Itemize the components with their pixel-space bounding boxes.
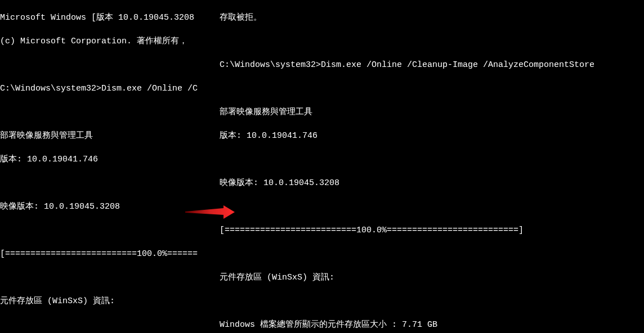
- console-line: [==========================100.0%======: [0, 248, 220, 260]
- console-line: 版本: 10.0.19041.746: [220, 130, 644, 142]
- console-line: 部署映像服務與管理工具: [0, 130, 220, 142]
- console-line: [==========================100.0%=======…: [220, 224, 644, 236]
- console-line: 元件存放區 (WinSxS) 資訊:: [0, 295, 220, 307]
- terminal-right-pane: 存取被拒。 C:\Windows\system32>Dism.exe /Onli…: [220, 0, 644, 333]
- console-line: 映像版本: 10.0.19045.3208: [0, 201, 220, 213]
- console-line: 元件存放區 (WinSxS) 資訊:: [220, 272, 644, 284]
- console-line: 部署映像服務與管理工具: [220, 106, 644, 118]
- console-line: 映像版本: 10.0.19045.3208: [220, 177, 644, 189]
- console-line: C:\Windows\system32>Dism.exe /Online /C: [0, 83, 220, 94]
- console-line: Microsoft Windows [版本 10.0.19045.3208: [0, 12, 220, 24]
- console-line: (c) Microsoft Corporation. 著作權所有，: [0, 35, 220, 47]
- console-line: 版本: 10.0.19041.746: [0, 154, 220, 165]
- console-line: Windows 檔案總管所顯示的元件存放區大小 : 7.71 GB: [220, 319, 644, 331]
- terminal-left-pane: Microsoft Windows [版本 10.0.19045.3208 (c…: [0, 0, 220, 333]
- console-line: C:\Windows\system32>Dism.exe /Online /Cl…: [220, 59, 644, 71]
- console-line: 存取被拒。: [220, 12, 644, 24]
